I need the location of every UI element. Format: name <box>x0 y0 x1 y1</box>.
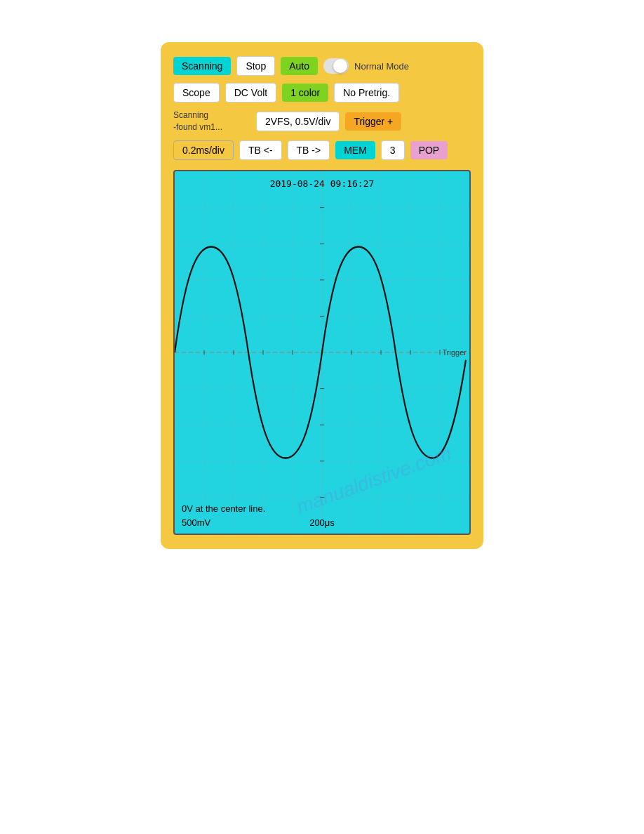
scope-bottom-text: 0V at the center line. <box>182 503 265 514</box>
trigger-button[interactable]: Trigger + <box>345 112 401 131</box>
controls-row-4: 0.2ms/div TB <- TB -> MEM 3 POP <box>173 140 471 160</box>
auto-button[interactable]: Auto <box>281 57 318 75</box>
stop-button[interactable]: Stop <box>236 56 275 76</box>
timebase-button[interactable]: 0.2ms/div <box>173 140 234 160</box>
mode-label: Normal Mode <box>354 61 409 72</box>
scope-timestamp: 2019-08-24 09:16:27 <box>270 178 375 189</box>
scope-display: 2019-08-24 09:16:27 Trigger 0V at the ce… <box>173 170 471 535</box>
device-panel: Scanning Stop Auto Normal Mode Scope DC … <box>161 42 483 549</box>
scanning-button[interactable]: Scanning <box>173 57 231 75</box>
mem-button[interactable]: MEM <box>335 141 375 159</box>
tb-right-button[interactable]: TB -> <box>288 140 330 160</box>
color-button[interactable]: 1 color <box>282 84 328 102</box>
vfs-button[interactable]: 2VFS, 0.5V/div <box>256 112 340 131</box>
toggle-knob <box>333 59 347 73</box>
num-button[interactable]: 3 <box>381 140 405 160</box>
dc-volt-button[interactable]: DC Volt <box>225 83 276 102</box>
scan-status: Scanning -found vm1... <box>173 110 250 133</box>
scope-trigger-label: Trigger <box>443 348 467 357</box>
scope-volt-label: 500mV <box>182 517 210 528</box>
scope-button[interactable]: Scope <box>173 83 220 102</box>
pop-button[interactable]: POP <box>410 141 448 159</box>
pretrig-button[interactable]: No Pretrig. <box>334 83 399 102</box>
tb-left-button[interactable]: TB <- <box>239 140 282 160</box>
controls-row-2: Scope DC Volt 1 color No Pretrig. <box>173 83 471 102</box>
controls-row-1: Scanning Stop Auto Normal Mode <box>173 56 471 76</box>
scope-time-label: 200μs <box>309 517 335 528</box>
toggle-switch[interactable] <box>323 58 349 74</box>
scope-grid <box>175 171 469 534</box>
controls-row-3: Scanning -found vm1... 2VFS, 0.5V/div Tr… <box>173 110 471 133</box>
watermark: manualdistive.com <box>294 442 455 518</box>
